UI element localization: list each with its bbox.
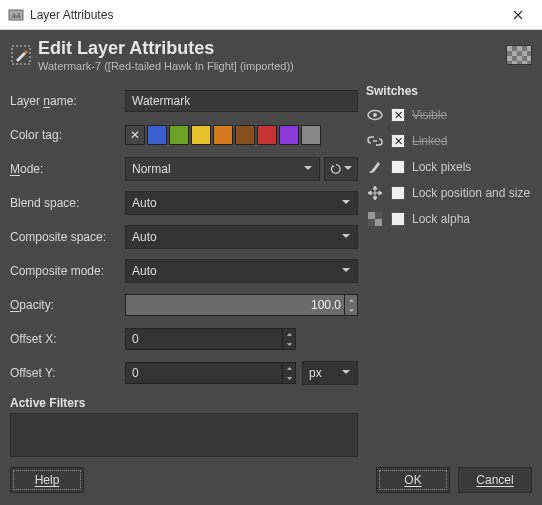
- layer-thumbnail: [506, 45, 532, 65]
- titlebar: Layer Attributes: [0, 0, 542, 30]
- lock-position-label: Lock position and size: [412, 186, 530, 200]
- color-tag-green[interactable]: [169, 125, 189, 145]
- help-button[interactable]: Help: [10, 467, 84, 493]
- lock-alpha-checkbox[interactable]: [391, 212, 405, 226]
- opacity-label: Opacity:: [10, 298, 125, 312]
- color-tag-gray[interactable]: [301, 125, 321, 145]
- color-tag-label: Color tag:: [10, 128, 125, 142]
- row-blend-space: Blend space: Auto: [10, 186, 358, 220]
- row-composite-mode: Composite mode: Auto: [10, 254, 358, 288]
- switches-title: Switches: [366, 84, 532, 98]
- switch-lock-pixels: Lock pixels: [366, 154, 532, 180]
- linked-label: Linked: [412, 134, 447, 148]
- color-tag-swatches: [125, 125, 321, 145]
- layer-name-input[interactable]: [125, 90, 358, 112]
- chevron-down-icon: [303, 162, 313, 176]
- lock-position-checkbox[interactable]: [391, 186, 405, 200]
- svg-rect-6: [375, 212, 382, 219]
- composite-space-label: Composite space:: [10, 230, 125, 244]
- offset-x-value: 0: [132, 332, 139, 346]
- offset-x-input[interactable]: 0: [125, 328, 296, 350]
- lock-pixels-checkbox[interactable]: [391, 160, 405, 174]
- svg-rect-7: [368, 219, 375, 226]
- color-tag-brown[interactable]: [235, 125, 255, 145]
- svg-rect-4: [368, 212, 375, 219]
- chevron-down-icon: [343, 162, 353, 176]
- color-tag-orange[interactable]: [213, 125, 233, 145]
- window-title: Layer Attributes: [30, 8, 496, 22]
- composite-space-dropdown[interactable]: Auto: [125, 225, 358, 249]
- svg-point-3: [373, 113, 377, 117]
- mode-dropdown[interactable]: Normal: [125, 157, 320, 181]
- opacity-value: 100.0: [311, 298, 341, 312]
- layer-name-label: Layer name:: [10, 94, 125, 108]
- row-color-tag: Color tag:: [10, 118, 358, 152]
- chevron-down-icon: [341, 366, 351, 380]
- mode-reset-button[interactable]: [324, 157, 358, 181]
- mode-label: Mode:: [10, 162, 125, 176]
- color-tag-yellow[interactable]: [191, 125, 211, 145]
- visible-label: Visible: [412, 108, 447, 122]
- brush-icon: [366, 158, 384, 176]
- app-icon: [8, 7, 24, 23]
- lock-pixels-label: Lock pixels: [412, 160, 471, 174]
- stepper-down[interactable]: [345, 305, 357, 315]
- close-button[interactable]: [496, 1, 540, 29]
- offset-unit-dropdown[interactable]: px: [302, 361, 358, 385]
- composite-mode-label: Composite mode:: [10, 264, 125, 278]
- offset-x-label: Offset X:: [10, 332, 125, 346]
- dialog-title: Edit Layer Attributes: [38, 38, 506, 59]
- switch-lock-position: Lock position and size: [366, 180, 532, 206]
- edit-icon: [10, 44, 32, 66]
- active-filters-list: [10, 413, 358, 457]
- color-tag-none[interactable]: [125, 125, 145, 145]
- stepper-down[interactable]: [283, 373, 295, 383]
- switch-linked: Linked: [366, 128, 532, 154]
- dialog-header: Edit Layer Attributes Watermark-7 ([Red-…: [0, 30, 542, 78]
- row-layer-name: Layer name:: [10, 84, 358, 118]
- row-offset-x: Offset X: 0: [10, 322, 358, 356]
- color-tag-blue[interactable]: [147, 125, 167, 145]
- linked-checkbox[interactable]: [391, 134, 405, 148]
- eye-icon: [366, 106, 384, 124]
- color-tag-violet[interactable]: [279, 125, 299, 145]
- dialog-subtitle: Watermark-7 ([Red-tailed Hawk In Flight]…: [38, 60, 506, 72]
- lock-alpha-label: Lock alpha: [412, 212, 470, 226]
- composite-mode-value: Auto: [132, 264, 157, 278]
- opacity-slider[interactable]: 100.0: [125, 294, 358, 316]
- blend-space-value: Auto: [132, 196, 157, 210]
- composite-space-value: Auto: [132, 230, 157, 244]
- offset-y-value: 0: [132, 366, 139, 380]
- stepper-up[interactable]: [345, 295, 357, 305]
- alpha-icon: [366, 210, 384, 228]
- switch-lock-alpha: Lock alpha: [366, 206, 532, 232]
- stepper-up[interactable]: [283, 329, 295, 339]
- offset-y-label: Offset Y:: [10, 366, 125, 380]
- chevron-down-icon: [341, 230, 351, 244]
- chevron-down-icon: [341, 196, 351, 210]
- row-mode: Mode: Normal: [10, 152, 358, 186]
- visible-checkbox[interactable]: [391, 108, 405, 122]
- blend-space-label: Blend space:: [10, 196, 125, 210]
- stepper-up[interactable]: [283, 363, 295, 373]
- offset-y-input[interactable]: 0: [125, 362, 296, 384]
- mode-value: Normal: [132, 162, 171, 176]
- chevron-down-icon: [341, 264, 351, 278]
- cancel-button[interactable]: Cancel: [458, 467, 532, 493]
- switch-visible: Visible: [366, 102, 532, 128]
- stepper-down[interactable]: [283, 339, 295, 349]
- move-icon: [366, 184, 384, 202]
- row-opacity: Opacity: 100.0: [10, 288, 358, 322]
- svg-rect-5: [375, 219, 382, 226]
- composite-mode-dropdown[interactable]: Auto: [125, 259, 358, 283]
- offset-unit-value: px: [309, 366, 322, 380]
- blend-space-dropdown[interactable]: Auto: [125, 191, 358, 215]
- active-filters-label: Active Filters: [10, 396, 358, 410]
- row-offset-y: Offset Y: 0 px: [10, 356, 358, 390]
- color-tag-red[interactable]: [257, 125, 277, 145]
- link-icon: [366, 132, 384, 150]
- row-composite-space: Composite space: Auto: [10, 220, 358, 254]
- ok-button[interactable]: OK: [376, 467, 450, 493]
